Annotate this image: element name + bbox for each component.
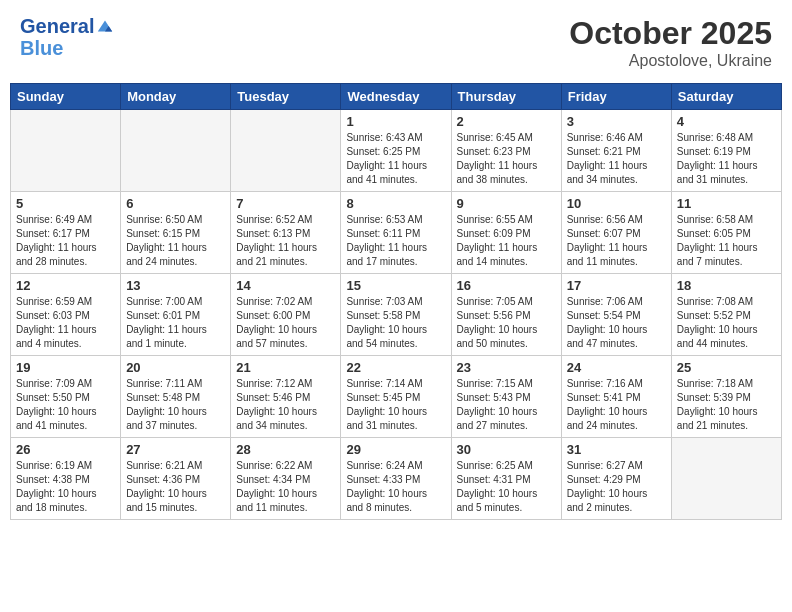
day-cell: 14Sunrise: 7:02 AM Sunset: 6:00 PM Dayli… (231, 274, 341, 356)
day-number: 14 (236, 278, 335, 293)
day-cell: 27Sunrise: 6:21 AM Sunset: 4:36 PM Dayli… (121, 438, 231, 520)
day-cell: 2Sunrise: 6:45 AM Sunset: 6:23 PM Daylig… (451, 110, 561, 192)
day-detail: Sunrise: 7:06 AM Sunset: 5:54 PM Dayligh… (567, 295, 666, 351)
weekday-header-row: SundayMondayTuesdayWednesdayThursdayFrid… (11, 84, 782, 110)
day-cell (121, 110, 231, 192)
day-cell: 22Sunrise: 7:14 AM Sunset: 5:45 PM Dayli… (341, 356, 451, 438)
day-detail: Sunrise: 6:59 AM Sunset: 6:03 PM Dayligh… (16, 295, 115, 351)
day-number: 11 (677, 196, 776, 211)
weekday-header-monday: Monday (121, 84, 231, 110)
day-detail: Sunrise: 7:16 AM Sunset: 5:41 PM Dayligh… (567, 377, 666, 433)
day-cell: 31Sunrise: 6:27 AM Sunset: 4:29 PM Dayli… (561, 438, 671, 520)
day-number: 4 (677, 114, 776, 129)
logo-text-general: General (20, 15, 94, 37)
day-detail: Sunrise: 6:49 AM Sunset: 6:17 PM Dayligh… (16, 213, 115, 269)
day-number: 3 (567, 114, 666, 129)
weekday-header-tuesday: Tuesday (231, 84, 341, 110)
day-cell: 29Sunrise: 6:24 AM Sunset: 4:33 PM Dayli… (341, 438, 451, 520)
day-detail: Sunrise: 6:19 AM Sunset: 4:38 PM Dayligh… (16, 459, 115, 515)
day-cell: 5Sunrise: 6:49 AM Sunset: 6:17 PM Daylig… (11, 192, 121, 274)
day-detail: Sunrise: 6:58 AM Sunset: 6:05 PM Dayligh… (677, 213, 776, 269)
day-detail: Sunrise: 6:45 AM Sunset: 6:23 PM Dayligh… (457, 131, 556, 187)
day-number: 12 (16, 278, 115, 293)
day-detail: Sunrise: 6:27 AM Sunset: 4:29 PM Dayligh… (567, 459, 666, 515)
day-detail: Sunrise: 6:22 AM Sunset: 4:34 PM Dayligh… (236, 459, 335, 515)
day-number: 1 (346, 114, 445, 129)
day-cell: 15Sunrise: 7:03 AM Sunset: 5:58 PM Dayli… (341, 274, 451, 356)
day-number: 19 (16, 360, 115, 375)
weekday-header-thursday: Thursday (451, 84, 561, 110)
day-detail: Sunrise: 7:14 AM Sunset: 5:45 PM Dayligh… (346, 377, 445, 433)
day-number: 21 (236, 360, 335, 375)
day-detail: Sunrise: 7:00 AM Sunset: 6:01 PM Dayligh… (126, 295, 225, 351)
day-cell: 3Sunrise: 6:46 AM Sunset: 6:21 PM Daylig… (561, 110, 671, 192)
week-row-1: 1Sunrise: 6:43 AM Sunset: 6:25 PM Daylig… (11, 110, 782, 192)
day-detail: Sunrise: 6:53 AM Sunset: 6:11 PM Dayligh… (346, 213, 445, 269)
day-cell: 18Sunrise: 7:08 AM Sunset: 5:52 PM Dayli… (671, 274, 781, 356)
week-row-3: 12Sunrise: 6:59 AM Sunset: 6:03 PM Dayli… (11, 274, 782, 356)
day-detail: Sunrise: 6:55 AM Sunset: 6:09 PM Dayligh… (457, 213, 556, 269)
logo-text-blue: Blue (20, 37, 114, 59)
day-cell: 20Sunrise: 7:11 AM Sunset: 5:48 PM Dayli… (121, 356, 231, 438)
day-cell: 11Sunrise: 6:58 AM Sunset: 6:05 PM Dayli… (671, 192, 781, 274)
day-number: 25 (677, 360, 776, 375)
logo: General Blue (20, 15, 114, 59)
day-cell: 28Sunrise: 6:22 AM Sunset: 4:34 PM Dayli… (231, 438, 341, 520)
day-cell: 7Sunrise: 6:52 AM Sunset: 6:13 PM Daylig… (231, 192, 341, 274)
day-cell: 9Sunrise: 6:55 AM Sunset: 6:09 PM Daylig… (451, 192, 561, 274)
day-number: 6 (126, 196, 225, 211)
week-row-2: 5Sunrise: 6:49 AM Sunset: 6:17 PM Daylig… (11, 192, 782, 274)
day-cell: 30Sunrise: 6:25 AM Sunset: 4:31 PM Dayli… (451, 438, 561, 520)
day-cell: 23Sunrise: 7:15 AM Sunset: 5:43 PM Dayli… (451, 356, 561, 438)
day-number: 23 (457, 360, 556, 375)
week-row-4: 19Sunrise: 7:09 AM Sunset: 5:50 PM Dayli… (11, 356, 782, 438)
day-cell: 1Sunrise: 6:43 AM Sunset: 6:25 PM Daylig… (341, 110, 451, 192)
day-detail: Sunrise: 7:12 AM Sunset: 5:46 PM Dayligh… (236, 377, 335, 433)
day-detail: Sunrise: 6:21 AM Sunset: 4:36 PM Dayligh… (126, 459, 225, 515)
day-number: 24 (567, 360, 666, 375)
day-number: 2 (457, 114, 556, 129)
day-number: 31 (567, 442, 666, 457)
day-cell: 19Sunrise: 7:09 AM Sunset: 5:50 PM Dayli… (11, 356, 121, 438)
day-detail: Sunrise: 6:43 AM Sunset: 6:25 PM Dayligh… (346, 131, 445, 187)
day-number: 27 (126, 442, 225, 457)
day-number: 13 (126, 278, 225, 293)
day-detail: Sunrise: 7:03 AM Sunset: 5:58 PM Dayligh… (346, 295, 445, 351)
day-detail: Sunrise: 7:02 AM Sunset: 6:00 PM Dayligh… (236, 295, 335, 351)
location: Apostolove, Ukraine (569, 52, 772, 70)
day-cell: 10Sunrise: 6:56 AM Sunset: 6:07 PM Dayli… (561, 192, 671, 274)
day-cell: 13Sunrise: 7:00 AM Sunset: 6:01 PM Dayli… (121, 274, 231, 356)
weekday-header-wednesday: Wednesday (341, 84, 451, 110)
day-number: 16 (457, 278, 556, 293)
day-cell (231, 110, 341, 192)
day-detail: Sunrise: 6:24 AM Sunset: 4:33 PM Dayligh… (346, 459, 445, 515)
day-number: 15 (346, 278, 445, 293)
day-number: 8 (346, 196, 445, 211)
day-detail: Sunrise: 7:18 AM Sunset: 5:39 PM Dayligh… (677, 377, 776, 433)
day-number: 7 (236, 196, 335, 211)
weekday-header-friday: Friday (561, 84, 671, 110)
day-cell (11, 110, 121, 192)
day-detail: Sunrise: 7:08 AM Sunset: 5:52 PM Dayligh… (677, 295, 776, 351)
day-number: 9 (457, 196, 556, 211)
day-detail: Sunrise: 7:15 AM Sunset: 5:43 PM Dayligh… (457, 377, 556, 433)
weekday-header-sunday: Sunday (11, 84, 121, 110)
day-cell: 17Sunrise: 7:06 AM Sunset: 5:54 PM Dayli… (561, 274, 671, 356)
weekday-header-saturday: Saturday (671, 84, 781, 110)
week-row-5: 26Sunrise: 6:19 AM Sunset: 4:38 PM Dayli… (11, 438, 782, 520)
day-number: 22 (346, 360, 445, 375)
calendar: SundayMondayTuesdayWednesdayThursdayFrid… (10, 83, 782, 520)
day-cell (671, 438, 781, 520)
day-number: 20 (126, 360, 225, 375)
day-detail: Sunrise: 6:52 AM Sunset: 6:13 PM Dayligh… (236, 213, 335, 269)
header: General Blue October 2025 Apostolove, Uk… (10, 10, 782, 75)
day-number: 26 (16, 442, 115, 457)
day-detail: Sunrise: 6:48 AM Sunset: 6:19 PM Dayligh… (677, 131, 776, 187)
day-number: 18 (677, 278, 776, 293)
day-detail: Sunrise: 7:11 AM Sunset: 5:48 PM Dayligh… (126, 377, 225, 433)
day-detail: Sunrise: 6:50 AM Sunset: 6:15 PM Dayligh… (126, 213, 225, 269)
day-cell: 6Sunrise: 6:50 AM Sunset: 6:15 PM Daylig… (121, 192, 231, 274)
day-detail: Sunrise: 6:46 AM Sunset: 6:21 PM Dayligh… (567, 131, 666, 187)
day-detail: Sunrise: 7:05 AM Sunset: 5:56 PM Dayligh… (457, 295, 556, 351)
day-cell: 26Sunrise: 6:19 AM Sunset: 4:38 PM Dayli… (11, 438, 121, 520)
